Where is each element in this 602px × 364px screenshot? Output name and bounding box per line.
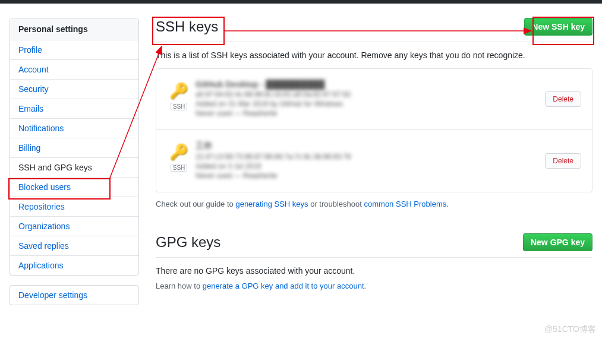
sidebar-item-billing[interactable]: Billing (10, 138, 138, 158)
ssh-help-prefix: Check out our guide to (156, 200, 235, 208)
ssh-help-text: Check out our guide to generating SSH ke… (156, 200, 592, 208)
gpg-empty-text: There are no GPG keys associated with yo… (156, 266, 592, 276)
gpg-title: GPG keys (156, 234, 220, 251)
ssh-key-icon-col: 🔑 SSH (167, 143, 191, 172)
common-ssh-problems-link[interactable]: common SSH Problems (364, 200, 447, 208)
gpg-learn-text: Learn how to generate a GPG key and add … (156, 281, 592, 290)
delete-ssh-key-button[interactable]: Delete (545, 153, 581, 169)
sidebar: Personal settings Profile Account Securi… (10, 18, 139, 315)
sidebar-item-saved-replies[interactable]: Saved replies (10, 236, 138, 256)
sidebar-item-emails[interactable]: Emails (10, 99, 138, 119)
sidebar-item-notifications[interactable]: Notifications (10, 119, 138, 138)
ssh-key-item: 🔑 SSH 工作 22:47:c3:58:73:96:67:96:66:7a:7… (156, 130, 592, 192)
new-gpg-key-button[interactable]: New GPG key (523, 233, 592, 251)
sidebar-item-developer-settings[interactable]: Developer settings (10, 286, 138, 305)
ssh-key-icon-col: 🔑 SSH (167, 82, 191, 110)
new-ssh-key-button[interactable]: New SSH key (524, 18, 592, 36)
ssh-badge: SSH (171, 103, 188, 110)
ssh-title: SSH keys (156, 18, 218, 35)
gpg-learn-suffix: . (364, 281, 367, 290)
gpg-learn-prefix: Learn how to (156, 281, 203, 290)
sidebar-item-security[interactable]: Security (10, 80, 138, 99)
ssh-key-list: 🔑 SSH GitHub Desktop - ██████████ a5:97:… (156, 68, 592, 192)
sidebar-group-personal: Personal settings Profile Account Securi… (10, 18, 139, 276)
generate-gpg-key-link[interactable]: generate a GPG key and add it to your ac… (203, 281, 364, 290)
ssh-key-fingerprint: a5:97:64:82:4c:88:98:8c:cb:61:a5:0a:82:6… (196, 90, 545, 99)
ssh-key-added: Added on 31 Mar 2019 by GitHub for Windo… (196, 100, 545, 108)
sidebar-item-account[interactable]: Account (10, 60, 138, 80)
key-icon: 🔑 (169, 143, 188, 162)
ssh-key-body: GitHub Desktop - ██████████ a5:97:64:82:… (196, 80, 545, 119)
ssh-description: This is a list of SSH keys associated wi… (156, 50, 592, 60)
watermark: @51CTO博客 (544, 324, 596, 335)
ssh-help-mid: or troubleshoot (308, 200, 364, 208)
ssh-key-fingerprint: 22:47:c3:58:73:96:67:96:66:7a:7c:9c:36:9… (196, 153, 545, 161)
ssh-key-item: 🔑 SSH GitHub Desktop - ██████████ a5:97:… (156, 69, 592, 130)
ssh-help-suffix: . (446, 200, 449, 208)
sidebar-item-applications[interactable]: Applications (10, 256, 138, 275)
ssh-badge: SSH (171, 164, 188, 172)
generating-ssh-keys-link[interactable]: generating SSH keys (235, 200, 308, 208)
ssh-key-title: 工作 (196, 141, 545, 151)
sidebar-item-ssh-gpg-keys[interactable]: SSH and GPG keys (10, 158, 138, 178)
ssh-key-usage: Never used — Read/write (196, 109, 545, 118)
sidebar-header: Personal settings (10, 18, 138, 40)
sidebar-item-repositories[interactable]: Repositories (10, 197, 138, 217)
gpg-section: GPG keys New GPG key There are no GPG ke… (156, 233, 592, 290)
ssh-key-added: Added on 3 Jul 2019 (196, 162, 545, 170)
ssh-subhead: SSH keys New SSH key (156, 18, 592, 42)
ssh-key-title: GitHub Desktop - ██████████ (196, 80, 545, 89)
main-content: SSH keys New SSH key This is a list of S… (139, 18, 592, 315)
delete-ssh-key-button[interactable]: Delete (545, 91, 581, 107)
sidebar-item-organizations[interactable]: Organizations (10, 217, 138, 236)
ssh-key-usage: Never used — Read/write (196, 172, 545, 180)
key-icon: 🔑 (169, 82, 188, 100)
sidebar-item-profile[interactable]: Profile (10, 40, 138, 60)
ssh-key-body: 工作 22:47:c3:58:73:96:67:96:66:7a:7c:9c:3… (196, 141, 545, 181)
sidebar-group-developer: Developer settings (10, 285, 139, 305)
sidebar-item-blocked-users[interactable]: Blocked users (10, 178, 138, 197)
gpg-subhead: GPG keys New GPG key (156, 233, 592, 258)
